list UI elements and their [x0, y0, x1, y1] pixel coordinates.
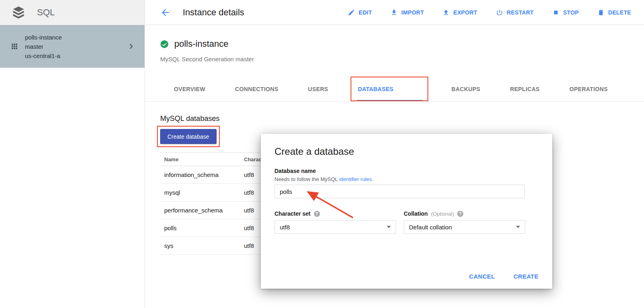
- sidebar-instance-zone: us-central1-a: [25, 51, 62, 60]
- help-icon[interactable]: [457, 211, 463, 217]
- collation-label: Collation: [404, 210, 428, 217]
- tab-users[interactable]: USERS: [307, 77, 329, 101]
- tab-backups[interactable]: BACKUPS: [451, 77, 481, 101]
- create-button[interactable]: CREATE: [514, 273, 539, 280]
- db-name-cell: polls: [160, 225, 244, 231]
- db-name-cell: sys: [160, 242, 244, 249]
- screen: SQL Instance details EDIT IMPORT: [0, 0, 644, 308]
- check-circle-icon: [160, 40, 169, 48]
- instance-subtitle: MySQL Second Generation master: [160, 56, 254, 62]
- database-name-input[interactable]: [275, 185, 525, 198]
- export-button[interactable]: EXPORT: [442, 9, 477, 16]
- hint-text: .: [372, 176, 374, 182]
- collation-optional-label: (Optional): [431, 211, 454, 217]
- stop-label: STOP: [563, 9, 579, 16]
- import-button[interactable]: IMPORT: [390, 9, 424, 16]
- hint-text: Needs to follow the MySQL: [275, 176, 339, 182]
- tab-label: OVERVIEW: [174, 86, 205, 92]
- back-arrow-icon: [160, 7, 171, 18]
- export-icon: [442, 9, 450, 16]
- tab-replicas[interactable]: REPLICAS: [509, 77, 541, 101]
- charset-label-row: Character set: [275, 210, 320, 217]
- database-name-label: Database name: [275, 168, 316, 174]
- header-actions: EDIT IMPORT EXPORT RESTART STOP: [348, 9, 631, 16]
- charset-selected-value: utf8: [280, 224, 290, 231]
- sidebar-item-polls-instance[interactable]: polls-instance master us-central1-a: [0, 25, 144, 68]
- edit-label: EDIT: [359, 9, 372, 16]
- tab-label: CONNECTIONS: [235, 86, 278, 92]
- export-label: EXPORT: [453, 9, 477, 16]
- help-icon[interactable]: [314, 211, 320, 217]
- cloud-sql-logo-icon: [11, 5, 26, 20]
- app-header: SQL: [0, 0, 145, 25]
- top-bar: SQL Instance details EDIT IMPORT: [0, 0, 644, 25]
- instance-name: polls-instance: [174, 39, 229, 49]
- sidebar-instance-name: polls-instance: [25, 33, 62, 42]
- collation-selected-value: Default collation: [409, 224, 452, 231]
- trash-icon: [597, 9, 605, 16]
- collation-select[interactable]: Default collation: [404, 220, 525, 234]
- db-name-cell: performance_schema: [160, 207, 244, 214]
- tab-label: OPERATIONS: [570, 86, 608, 92]
- chevron-down-icon: [516, 226, 520, 228]
- chevron-right-icon[interactable]: [126, 41, 136, 52]
- tab-label: REPLICAS: [510, 86, 540, 92]
- chevron-down-icon: [387, 226, 391, 228]
- dialog-actions: CANCEL CREATE: [469, 273, 539, 280]
- tab-label: USERS: [308, 86, 328, 92]
- database-name-hint: Needs to follow the MySQL identifier rul…: [275, 176, 373, 182]
- delete-button[interactable]: DELETE: [597, 9, 631, 16]
- stop-icon: [552, 9, 559, 16]
- sidebar-instance-role: master: [25, 42, 62, 51]
- cancel-button[interactable]: CANCEL: [469, 273, 495, 280]
- create-database-dialog: Create a database Database name Needs to…: [261, 134, 552, 289]
- pencil-icon: [348, 9, 355, 16]
- app-title: SQL: [37, 7, 55, 18]
- tab-overview[interactable]: OVERVIEW: [173, 77, 206, 101]
- db-name-cell: mysql: [160, 189, 244, 196]
- import-icon: [390, 9, 398, 16]
- restart-button[interactable]: RESTART: [496, 9, 534, 16]
- page-title: Instance details: [183, 7, 244, 18]
- stop-button[interactable]: STOP: [552, 9, 579, 16]
- db-name-cell: information_schema: [160, 171, 244, 178]
- tab-bar: OVERVIEW CONNECTIONS USERS DATABASES BAC…: [145, 77, 644, 102]
- import-label: IMPORT: [401, 9, 424, 16]
- page-header: Instance details EDIT IMPORT EXPORT REST…: [145, 0, 644, 25]
- restart-label: RESTART: [507, 9, 534, 16]
- dialog-title: Create a database: [275, 146, 354, 157]
- back-button[interactable]: [160, 7, 171, 18]
- tab-label: DATABASES: [358, 86, 393, 92]
- delete-label: DELETE: [608, 9, 631, 16]
- section-title: MySQL databases: [160, 114, 219, 123]
- grid-icon: [10, 42, 19, 50]
- tab-operations[interactable]: OPERATIONS: [569, 77, 609, 101]
- instance-title-row: polls-instance: [160, 39, 229, 49]
- create-database-wrap: Create database: [160, 129, 217, 144]
- collation-label-row: Collation (Optional): [404, 210, 463, 217]
- edit-button[interactable]: EDIT: [348, 9, 372, 16]
- tab-databases[interactable]: DATABASES: [357, 77, 422, 101]
- column-header-name: Name: [160, 156, 244, 162]
- charset-label: Character set: [275, 210, 311, 217]
- power-icon: [496, 9, 503, 16]
- charset-select[interactable]: utf8: [275, 220, 396, 234]
- create-database-button[interactable]: Create database: [160, 129, 217, 144]
- tab-label: BACKUPS: [452, 86, 481, 92]
- identifier-rules-link[interactable]: identifier rules: [339, 176, 372, 182]
- tab-connections[interactable]: CONNECTIONS: [234, 77, 279, 101]
- sidebar: polls-instance master us-central1-a: [0, 25, 145, 308]
- sidebar-instance-text: polls-instance master us-central1-a: [25, 33, 62, 60]
